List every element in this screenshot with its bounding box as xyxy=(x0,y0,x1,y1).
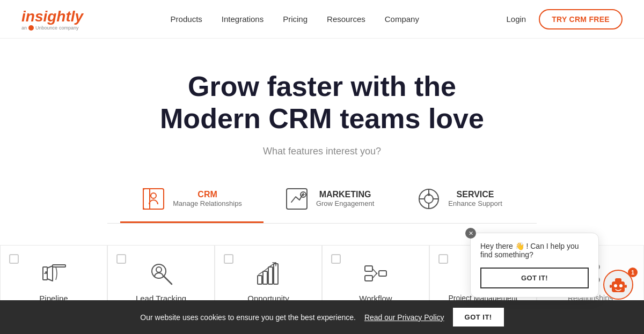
card-project-checkbox[interactable] xyxy=(438,254,448,264)
card-pipeline-checkbox[interactable] xyxy=(9,254,19,264)
svg-line-22 xyxy=(372,273,377,278)
chat-widget: ✕ Hey there 👋 ! Can I help you find some… xyxy=(470,233,635,302)
unbounce-dot xyxy=(28,25,34,31)
svg-point-42 xyxy=(614,284,617,287)
svg-rect-1 xyxy=(143,189,150,209)
chat-bubble: ✕ Hey there 👋 ! Can I help you find some… xyxy=(470,233,599,298)
lead-tracking-icon xyxy=(119,261,203,286)
svg-line-21 xyxy=(372,269,377,273)
workflow-icon xyxy=(333,261,418,286)
bot-avatar-icon xyxy=(608,274,629,295)
nav-links: Products Integrations Pricing Resources … xyxy=(171,14,419,24)
navbar: insightly an Unbounce company Products I… xyxy=(0,0,644,39)
logo-text: insightly xyxy=(21,8,83,25)
tab-crm-label: CRM xyxy=(173,190,242,199)
svg-point-10 xyxy=(45,271,47,273)
tab-service[interactable]: SERVICE Enhance Support xyxy=(396,179,523,223)
svg-rect-14 xyxy=(258,276,262,284)
svg-point-23 xyxy=(376,272,378,274)
pipeline-icon xyxy=(11,261,96,286)
nav-item-integrations[interactable]: Integrations xyxy=(222,14,264,24)
hero-title: Grow faster with the Modern CRM teams lo… xyxy=(134,71,510,135)
chat-got-it-button[interactable]: GOT IT! xyxy=(480,268,589,288)
svg-rect-18 xyxy=(365,266,372,271)
svg-point-2 xyxy=(151,193,156,198)
chat-close-button[interactable]: ✕ xyxy=(465,228,476,239)
try-crm-button[interactable]: TRY CRM FREE xyxy=(539,9,623,29)
feature-tabs: CRM Manage Relationships MARKETING Grow … xyxy=(107,179,537,224)
nav-item-products[interactable]: Products xyxy=(171,14,202,24)
svg-point-7 xyxy=(428,193,430,196)
svg-rect-41 xyxy=(615,278,621,283)
svg-rect-17 xyxy=(274,264,278,284)
svg-rect-44 xyxy=(610,285,612,288)
login-link[interactable]: Login xyxy=(506,14,526,24)
crm-icon xyxy=(142,187,165,211)
svg-line-12 xyxy=(164,277,172,284)
nav-item-company[interactable]: Company xyxy=(385,14,419,24)
chat-badge: 1 xyxy=(628,268,638,277)
tab-marketing[interactable]: MARKETING Grow Engagement xyxy=(264,179,396,223)
card-workflow-checkbox[interactable] xyxy=(331,254,341,264)
chat-message: Hey there 👋 ! Can I help you find someth… xyxy=(480,242,579,259)
svg-rect-19 xyxy=(365,276,372,281)
card-lead-tracking-checkbox[interactable] xyxy=(116,254,126,264)
cookie-text: Our website uses cookies to ensure you g… xyxy=(140,313,356,315)
svg-point-11 xyxy=(152,264,166,278)
tab-crm[interactable]: CRM Manage Relationships xyxy=(120,179,264,223)
chat-avatar-wrapper[interactable]: 1 xyxy=(603,270,635,302)
cookie-policy-link[interactable]: Read our Privacy Policy xyxy=(364,313,444,315)
svg-point-43 xyxy=(619,284,623,287)
card-opportunity-checkbox[interactable] xyxy=(224,254,233,264)
tab-crm-desc: Manage Relationships xyxy=(173,199,242,207)
cookie-accept-button[interactable]: GOT IT! xyxy=(453,308,504,315)
svg-rect-15 xyxy=(263,271,267,284)
tab-service-desc: Enhance Support xyxy=(448,199,502,207)
nav-right: Login TRY CRM FREE xyxy=(506,9,623,29)
nav-item-resources[interactable]: Resources xyxy=(327,14,365,24)
tab-marketing-label: MARKETING xyxy=(316,190,374,199)
svg-rect-9 xyxy=(53,265,65,267)
hero-section: Grow faster with the Modern CRM teams lo… xyxy=(0,39,644,245)
svg-point-13 xyxy=(156,267,162,272)
tab-marketing-desc: Grow Engagement xyxy=(316,199,374,207)
service-icon xyxy=(417,187,441,211)
opportunity-icon xyxy=(226,261,311,286)
svg-rect-20 xyxy=(379,271,386,276)
logo-sub: an Unbounce company xyxy=(21,25,83,31)
tab-service-label: SERVICE xyxy=(448,190,502,199)
hero-subtitle: What features interest you? xyxy=(21,146,623,157)
cookie-banner: Our website uses cookies to ensure you g… xyxy=(0,300,644,315)
logo[interactable]: insightly an Unbounce company xyxy=(21,8,83,31)
nav-item-pricing[interactable]: Pricing xyxy=(283,14,308,24)
svg-rect-45 xyxy=(625,285,627,288)
marketing-icon xyxy=(285,187,309,211)
svg-rect-16 xyxy=(268,267,273,284)
